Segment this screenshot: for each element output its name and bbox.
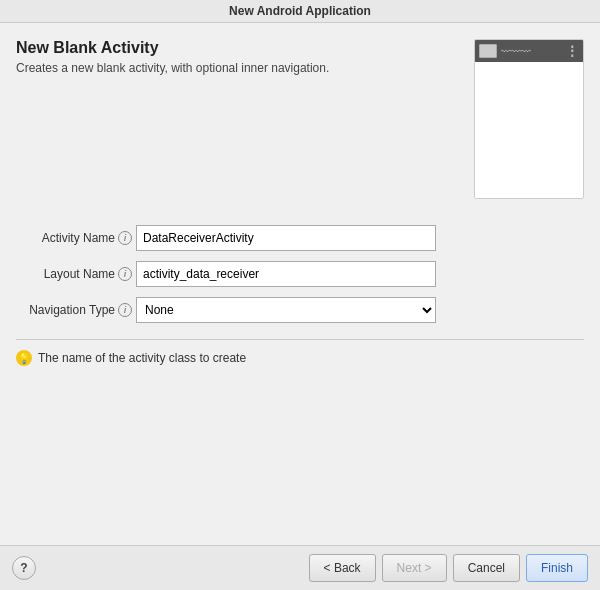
layout-name-input[interactable] (136, 261, 436, 287)
activity-name-label: Activity Name i (16, 231, 136, 245)
title-bar-text: New Android Application (229, 4, 371, 18)
navigation-type-info-icon[interactable]: i (118, 303, 132, 317)
phone-body (475, 62, 583, 198)
back-button[interactable]: < Back (309, 554, 376, 582)
title-bar: New Android Application (0, 0, 600, 23)
help-button[interactable]: ? (12, 556, 36, 580)
activity-name-info-icon[interactable]: i (118, 231, 132, 245)
next-button[interactable]: Next > (382, 554, 447, 582)
layout-name-info-icon[interactable]: i (118, 267, 132, 281)
activity-name-input[interactable] (136, 225, 436, 251)
bottom-bar: ? < Back Next > Cancel Finish (0, 545, 600, 590)
page-title: New Blank Activity (16, 39, 329, 57)
activity-name-row: Activity Name i (16, 225, 584, 251)
page-header-left: New Blank Activity Creates a new blank a… (16, 39, 329, 75)
phone-preview: 〰〰〰 ⋮ (474, 39, 584, 199)
hint-text: The name of the activity class to create (38, 351, 246, 365)
hint-bulb-icon: 💡 (16, 350, 32, 366)
navigation-type-row: Navigation Type i None Tabs Swipe Dropdo… (16, 297, 584, 323)
finish-button[interactable]: Finish (526, 554, 588, 582)
bottom-bar-left: ? (12, 556, 309, 580)
phone-waves-icon: 〰〰〰 (501, 46, 561, 57)
main-content: New Blank Activity Creates a new blank a… (0, 23, 600, 545)
page-header: New Blank Activity Creates a new blank a… (16, 39, 584, 199)
hint-area: 💡 The name of the activity class to crea… (16, 350, 584, 366)
cancel-button[interactable]: Cancel (453, 554, 520, 582)
form-area: Activity Name i Layout Name i Navigation… (16, 225, 584, 323)
navigation-type-label: Navigation Type i (16, 303, 136, 317)
layout-name-label: Layout Name i (16, 267, 136, 281)
phone-top-bar: 〰〰〰 ⋮ (475, 40, 583, 62)
bottom-bar-right: < Back Next > Cancel Finish (309, 554, 588, 582)
page-subtitle: Creates a new blank activity, with optio… (16, 61, 329, 75)
navigation-type-select[interactable]: None Tabs Swipe Dropdown Navigation Draw… (136, 297, 436, 323)
phone-screen-icon (479, 44, 497, 58)
divider (16, 339, 584, 340)
layout-name-row: Layout Name i (16, 261, 584, 287)
phone-menu-icon: ⋮ (565, 43, 579, 59)
